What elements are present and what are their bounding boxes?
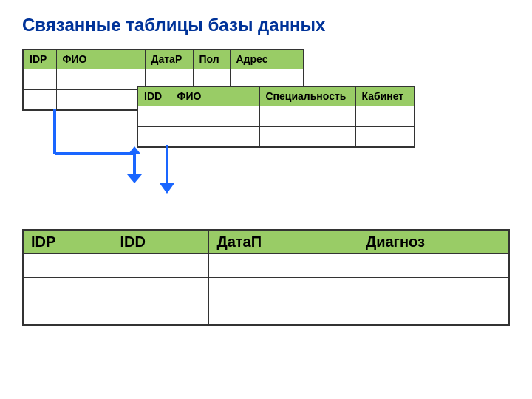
table1-header-3: Пол: [193, 50, 230, 69]
svg-marker-6: [160, 183, 174, 194]
tables-area: IDP ФИО ДатаР Пол Адрес: [22, 49, 510, 182]
table-row: [23, 278, 509, 301]
table3-header-0: IDP: [23, 230, 112, 254]
table-row: [137, 106, 415, 126]
table1-header-0: IDP: [23, 50, 56, 69]
table2-header-3: Кабинет: [355, 86, 415, 106]
table-row: [23, 301, 509, 325]
table-row: [23, 254, 509, 278]
svg-marker-2: [129, 146, 140, 154]
svg-marker-4: [127, 174, 142, 183]
table2: IDD ФИО Специальность Кабинет: [137, 86, 415, 148]
table3-header-3: Диагноз: [358, 230, 509, 254]
table1-header-1: ФИО: [56, 50, 145, 69]
table2-container: IDD ФИО Специальность Кабинет: [137, 86, 415, 148]
table3-container: IDP IDD ДатаП Диагноз: [22, 229, 510, 326]
page-container: Связанные таблицы базы данных IDP ФИО Да…: [0, 0, 532, 197]
table3-header-1: IDD: [112, 230, 209, 254]
table2-header-0: IDD: [137, 86, 171, 106]
table3: IDP IDD ДатаП Диагноз: [22, 229, 510, 326]
page-title: Связанные таблицы базы данных: [22, 15, 510, 35]
table2-header-2: Специальность: [259, 86, 355, 106]
table-row: [137, 126, 415, 147]
table3-header-2: ДатаП: [209, 230, 358, 254]
table1-header-4: Адрес: [230, 50, 304, 69]
arrow2: [152, 145, 182, 197]
table2-header-1: ФИО: [171, 86, 259, 106]
table1-header-2: ДатаР: [145, 50, 193, 69]
arrow1: [38, 109, 157, 183]
